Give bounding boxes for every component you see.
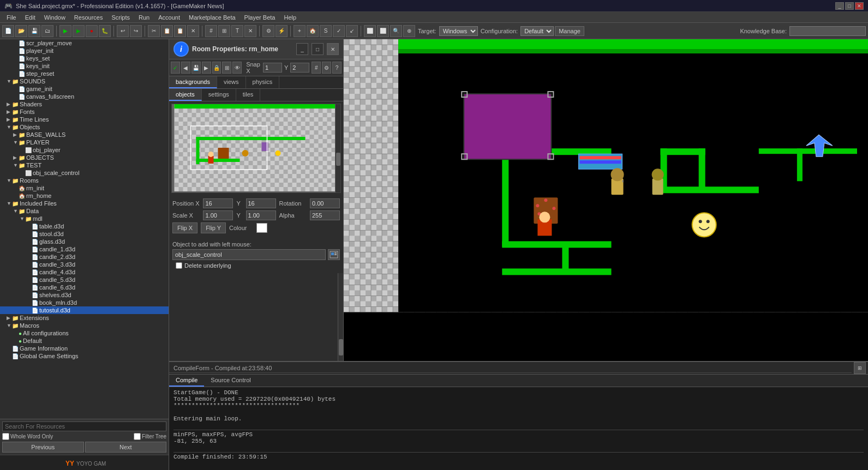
tree-item-test[interactable]: ▼📁TEST bbox=[0, 161, 169, 169]
tb-ext2[interactable]: ⬜ bbox=[377, 25, 389, 37]
tb-info[interactable]: T bbox=[231, 25, 243, 37]
colour-picker[interactable] bbox=[256, 223, 267, 233]
tab-compile[interactable]: Compile bbox=[169, 375, 204, 387]
tree-item-obj-scale-control[interactable]: ⬜obj_scale_control bbox=[0, 169, 169, 177]
rp-grid2[interactable]: # bbox=[312, 62, 321, 74]
alpha-input[interactable] bbox=[310, 210, 340, 220]
tb-new[interactable]: 📄 bbox=[2, 25, 14, 37]
tree-item-candle-1-d3d[interactable]: 📄candle_1.d3d bbox=[0, 245, 169, 253]
tb-config-select[interactable]: Default bbox=[520, 26, 554, 36]
rp-right[interactable]: ▶ bbox=[202, 62, 211, 74]
menu-player[interactable]: Player Beta bbox=[240, 13, 280, 22]
whole-word-checkbox[interactable] bbox=[2, 433, 9, 440]
room-min-button[interactable]: □ bbox=[312, 43, 324, 55]
tree-expand-arrow[interactable]: ▼ bbox=[7, 323, 12, 328]
position-x-input[interactable] bbox=[203, 198, 233, 208]
tb-more2[interactable]: ↙ bbox=[346, 25, 358, 37]
tree-item-mdl[interactable]: ▼📁mdl bbox=[0, 215, 169, 222]
menu-edit[interactable]: Edit bbox=[21, 13, 40, 22]
tb-paste[interactable]: 📋 bbox=[174, 25, 186, 37]
tree-item-objects[interactable]: ▼📁Objects bbox=[0, 123, 169, 131]
tree-item-base-walls[interactable]: ▶📁BASE_WALLS bbox=[0, 131, 169, 138]
tree-expand-arrow[interactable]: ▶ bbox=[7, 315, 12, 321]
tb-grid2[interactable]: ⊞ bbox=[218, 25, 230, 37]
tree-item-tutostul-d3d[interactable]: 📄tutostul.d3d bbox=[0, 306, 169, 314]
tree-item-global-game-settings[interactable]: 📄Global Game Settings bbox=[0, 352, 169, 360]
tree-item-rm-home[interactable]: 🏠rm_home bbox=[0, 192, 169, 200]
object-selector-browse[interactable] bbox=[328, 249, 340, 260]
menu-help[interactable]: Help bbox=[279, 13, 301, 22]
scale-x-input[interactable] bbox=[203, 210, 233, 220]
rotation-input[interactable] bbox=[310, 198, 340, 208]
tab-backgrounds[interactable]: backgrounds bbox=[169, 76, 217, 88]
tb-grid[interactable]: # bbox=[205, 25, 217, 37]
tree-item-rm-init[interactable]: 🏠rm_init bbox=[0, 184, 169, 192]
tree-expand-arrow[interactable]: ▼ bbox=[7, 201, 12, 206]
tree-expand-arrow[interactable]: ▼ bbox=[20, 216, 25, 221]
object-selector-input[interactable] bbox=[172, 249, 326, 260]
rp-check[interactable]: ✓ bbox=[171, 62, 180, 74]
tree-item-game-init[interactable]: 📄game_init bbox=[0, 85, 169, 93]
tree-item-game-information[interactable]: 📄Game Information bbox=[0, 345, 169, 352]
tree-item-extensions[interactable]: ▶📁Extensions bbox=[0, 314, 169, 322]
scale-y-input[interactable] bbox=[246, 210, 276, 220]
tree-item-candle-4-d3d[interactable]: 📄candle_4.d3d bbox=[0, 268, 169, 276]
tree-item-shelves-d3d[interactable]: 📄shelves.d3d bbox=[0, 291, 169, 299]
snap-x-input[interactable] bbox=[263, 63, 282, 73]
tree-expand-arrow[interactable]: ▶ bbox=[13, 155, 19, 160]
tree-item-stool-d3d[interactable]: 📄stool.d3d bbox=[0, 230, 169, 238]
tb-debug[interactable]: 🐛 bbox=[99, 25, 111, 37]
flip-x-button[interactable]: Flip X bbox=[172, 222, 197, 233]
tree-expand-arrow[interactable]: ▼ bbox=[7, 124, 12, 130]
tb-delete[interactable]: ✕ bbox=[187, 25, 199, 37]
tree-expand-arrow[interactable]: ▼ bbox=[13, 140, 19, 145]
tb-redo[interactable]: ↪ bbox=[130, 25, 142, 37]
tree-item-scr-player-move[interactable]: 📄scr_player_move bbox=[0, 39, 169, 47]
tree-item-fonts[interactable]: ▶📁Fonts bbox=[0, 108, 169, 116]
filter-tree-option[interactable]: Filter Tree bbox=[134, 433, 166, 440]
tree-item-macros[interactable]: ▼📁Macros bbox=[0, 322, 169, 329]
tree-item-candle-2-d3d[interactable]: 📄candle_2.d3d bbox=[0, 253, 169, 261]
tb-close[interactable]: ✕ bbox=[244, 25, 256, 37]
menu-file[interactable]: File bbox=[2, 13, 21, 22]
rp-help[interactable]: ? bbox=[332, 62, 342, 74]
previous-button[interactable]: Previous bbox=[2, 442, 84, 453]
rp-settings[interactable]: ⚙ bbox=[322, 62, 331, 74]
tb-save[interactable]: 💾 bbox=[28, 25, 40, 37]
manage-button[interactable]: Manage bbox=[555, 26, 584, 36]
tree-item-player[interactable]: ▼📁PLAYER bbox=[0, 138, 169, 146]
tree-expand-arrow[interactable]: ▼ bbox=[7, 79, 12, 84]
tb-undo[interactable]: ↩ bbox=[117, 25, 129, 37]
tree-expand-arrow[interactable]: ▶ bbox=[7, 101, 12, 107]
flip-y-button[interactable]: Flip Y bbox=[201, 222, 226, 233]
close-button[interactable]: ✕ bbox=[855, 2, 864, 10]
tb-clean[interactable]: ⚡ bbox=[276, 25, 288, 37]
tb-save2[interactable]: 🗂 bbox=[41, 25, 53, 37]
tree-item-included-files[interactable]: ▼📁Included Files bbox=[0, 200, 169, 207]
tb-more1[interactable]: ✓ bbox=[333, 25, 345, 37]
tree-item-glass-d3d[interactable]: 📄glass.d3d bbox=[0, 238, 169, 245]
tree-expand-arrow[interactable]: ▶ bbox=[7, 117, 12, 122]
menu-run[interactable]: Run bbox=[134, 13, 154, 22]
tree-expand-arrow[interactable]: ▼ bbox=[13, 162, 19, 168]
tree-item-all-configurations[interactable]: ●All configurations bbox=[0, 329, 169, 337]
tb-play[interactable]: ▶ bbox=[59, 25, 71, 37]
menu-account[interactable]: Account bbox=[154, 13, 184, 22]
room-close-button[interactable]: _ bbox=[296, 43, 308, 55]
tree-item-step-reset[interactable]: 📄step_reset bbox=[0, 70, 169, 77]
tab-settings[interactable]: settings bbox=[202, 89, 236, 101]
minimize-button[interactable]: _ bbox=[835, 2, 844, 10]
snap-y-input[interactable] bbox=[290, 63, 309, 73]
tb-add-script[interactable]: S bbox=[320, 25, 332, 37]
menu-resources[interactable]: Resources bbox=[70, 13, 107, 22]
tab-source-control[interactable]: Source Control bbox=[204, 375, 257, 387]
room-canvas[interactable]: x: -94 y: 418 Press C to highlight objec… bbox=[344, 39, 868, 361]
tree-item-keys-set[interactable]: 📄keys_set bbox=[0, 55, 169, 62]
tree-expand-arrow[interactable]: ▶ bbox=[7, 109, 12, 115]
bottom-expand-button[interactable]: ⊞ bbox=[854, 362, 866, 374]
tb-ext4[interactable]: ⊕ bbox=[403, 25, 415, 37]
tree-item-book-mln-d3d[interactable]: 📄book_mln.d3d bbox=[0, 299, 169, 306]
tb-copy[interactable]: 📋 bbox=[161, 25, 173, 37]
maximize-button[interactable]: □ bbox=[845, 2, 854, 10]
tb-stop[interactable]: ● bbox=[86, 25, 98, 37]
